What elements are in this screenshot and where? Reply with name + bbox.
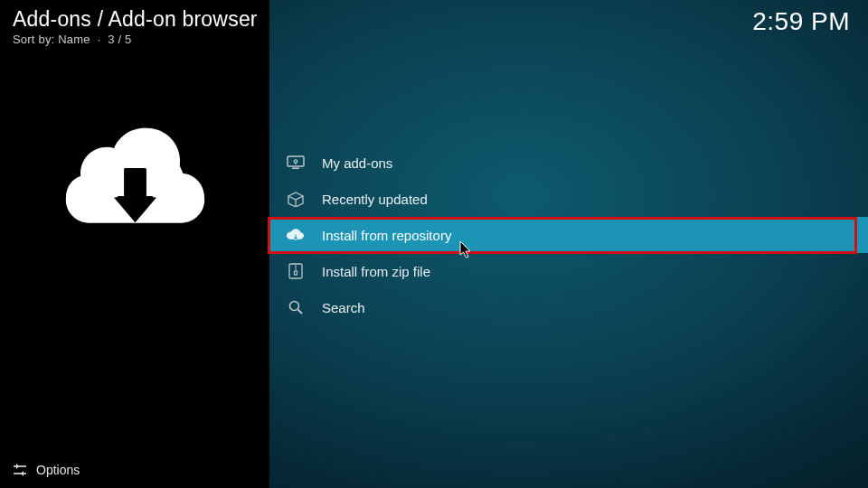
cloud-download-icon — [286, 225, 306, 245]
cloud-download-large-icon — [65, 112, 205, 230]
search-icon — [286, 297, 306, 317]
sort-label: Sort by: — [13, 33, 54, 46]
svg-rect-9 — [292, 168, 299, 170]
svg-marker-6 — [16, 464, 19, 469]
open-box-icon — [286, 189, 306, 209]
menu-item-label: Install from zip file — [322, 264, 430, 279]
menu-item-label: Install from repository — [322, 228, 451, 243]
list-position: 3 / 5 — [108, 33, 131, 46]
menu-item-my-addons[interactable]: My add-ons — [269, 145, 868, 181]
menu-list: My add-ons Recently updated Install from… — [269, 145, 868, 325]
sidebar: Add-ons / Add-on browser Sort by: Name ·… — [0, 0, 269, 488]
menu-item-label: My add-ons — [322, 155, 392, 171]
menu-item-label: Search — [322, 300, 365, 315]
zip-file-icon — [286, 261, 306, 281]
monitor-icon — [286, 153, 306, 173]
menu-item-recently-updated[interactable]: Recently updated — [269, 181, 868, 217]
breadcrumb: Add-ons / Add-on browser — [13, 7, 258, 32]
options-label: Options — [36, 463, 80, 477]
menu-item-label: Recently updated — [322, 192, 428, 207]
options-button[interactable]: Options — [13, 463, 80, 477]
svg-marker-7 — [21, 471, 24, 476]
menu-item-search[interactable]: Search — [269, 289, 868, 325]
clock: 2:59 PM — [752, 7, 850, 36]
svg-rect-8 — [288, 156, 304, 166]
menu-item-install-from-zip[interactable]: Install from zip file — [269, 253, 868, 289]
separator-dot: · — [98, 33, 101, 46]
sort-line: Sort by: Name · 3 / 5 — [13, 33, 131, 46]
svg-rect-18 — [295, 271, 297, 275]
svg-point-19 — [290, 302, 299, 311]
svg-marker-12 — [288, 192, 303, 200]
svg-point-10 — [294, 160, 297, 163]
svg-line-20 — [298, 310, 303, 314]
menu-item-install-from-repository[interactable]: Install from repository — [269, 217, 868, 253]
sort-value: Name — [58, 33, 90, 46]
sliders-icon — [13, 464, 27, 476]
